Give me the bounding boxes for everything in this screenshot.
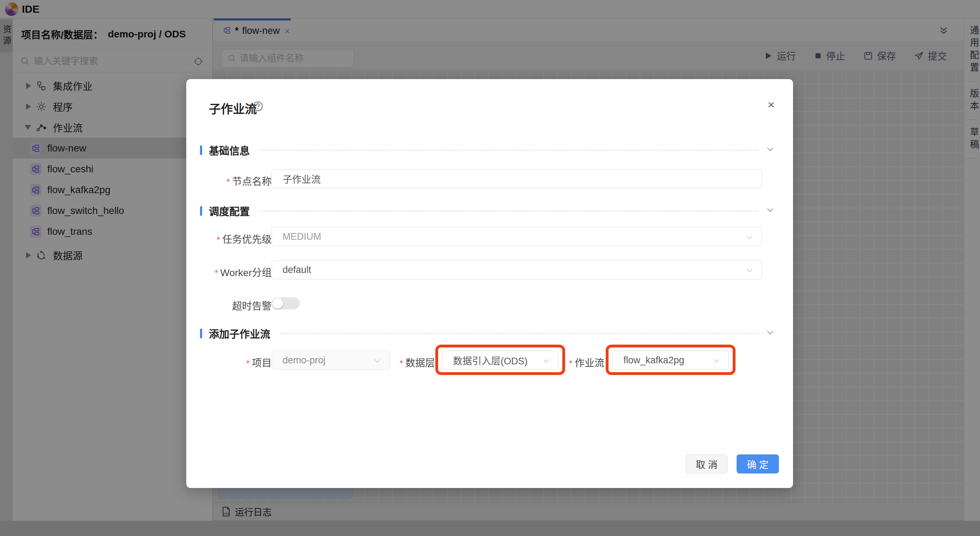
section-add-subworkflow: 添加子作业流 [200,328,775,339]
divider [259,150,759,151]
section-schedule-config: 调度配置 [200,205,775,217]
subworkflow-dialog: 子作业流 × 基础信息 *节点名称 调度配置 *任务优先级 MEDIUM *Wo… [186,79,793,488]
field-label: 超时告警 [191,298,272,313]
required-asterisk: * [215,268,218,278]
field-label: *项目 [191,355,272,369]
confirm-button[interactable]: 确 定 [737,455,779,474]
highlight-box-workflow [606,345,735,375]
worker-group-select[interactable]: default [272,260,762,279]
section-basic-info: 基础信息 [200,144,775,156]
chevron-down-icon [745,233,754,244]
required-asterisk: * [246,358,250,368]
toggle-knob [272,298,283,309]
project-select[interactable]: demo-proj [272,351,390,370]
required-asterisk: * [569,358,573,368]
chevron-down-icon [373,357,382,368]
divider [259,211,759,212]
required-asterisk: * [400,358,403,368]
chevron-down-icon[interactable] [765,328,775,339]
field-label: *数据层 [384,355,435,369]
section-accent-bar [200,206,202,216]
field-label: *任务优先级 [191,231,272,246]
section-accent-bar [200,145,202,155]
chevron-down-icon[interactable] [765,206,775,216]
close-icon[interactable]: × [764,97,779,112]
chevron-down-icon[interactable] [765,145,775,155]
section-accent-bar [200,329,202,338]
required-asterisk: * [226,177,230,187]
field-label: *Worker分组 [191,265,272,279]
dialog-title: 子作业流 [209,100,257,117]
timeout-alarm-toggle[interactable] [272,297,300,309]
help-icon[interactable] [253,101,263,113]
node-name-input[interactable] [272,169,762,188]
field-label: *节点名称 [191,174,272,188]
priority-select[interactable]: MEDIUM [272,227,762,246]
cancel-button[interactable]: 取 消 [686,455,727,474]
highlight-box-data-layer [435,345,565,375]
required-asterisk: * [216,234,220,245]
chevron-down-icon [745,266,754,277]
divider [280,333,759,334]
